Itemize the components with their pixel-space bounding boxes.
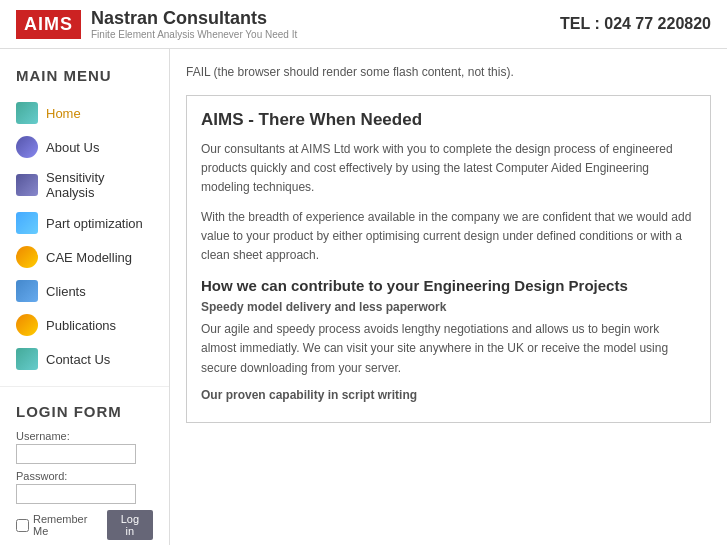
sidebar-item-contact[interactable]: Contact Us bbox=[0, 342, 169, 376]
login-button[interactable]: Log in bbox=[107, 510, 153, 540]
contact-icon bbox=[16, 348, 38, 370]
remember-checkbox[interactable] bbox=[16, 519, 29, 532]
aims-logo: AIMS bbox=[16, 10, 81, 39]
nav-label-part: Part optimization bbox=[46, 216, 143, 231]
nav-label-sensitivity: Sensitivity Analysis bbox=[46, 170, 153, 200]
section1-title: How we can contribute to your Engineerin… bbox=[201, 277, 696, 294]
username-label: Username: bbox=[16, 430, 153, 442]
password-label: Password: bbox=[16, 470, 153, 482]
sidebar: MAIN MENU Home About Us Sensitivity Anal… bbox=[0, 49, 170, 545]
clients-icon bbox=[16, 280, 38, 302]
sidebar-item-cae[interactable]: CAE Modelling bbox=[0, 240, 169, 274]
box-para1: Our consultants at AIMS Ltd work with yo… bbox=[201, 140, 696, 198]
nav-label-about: About Us bbox=[46, 140, 99, 155]
section2-sub: Our proven capability in script writing bbox=[201, 388, 696, 402]
sidebar-item-home[interactable]: Home bbox=[0, 96, 169, 130]
nav-label-publications: Publications bbox=[46, 318, 116, 333]
part-icon bbox=[16, 212, 38, 234]
nav-label-contact: Contact Us bbox=[46, 352, 110, 367]
tel-number: TEL : 024 77 220820 bbox=[560, 15, 711, 33]
remember-label: Remember Me bbox=[33, 513, 97, 537]
password-input[interactable] bbox=[16, 484, 136, 504]
header: AIMS Nastran Consultants Finite Element … bbox=[0, 0, 727, 49]
page-wrapper: AIMS Nastran Consultants Finite Element … bbox=[0, 0, 727, 545]
login-form: LOGIN FORM Username: Password: Remember … bbox=[0, 386, 169, 545]
flash-fail-message: FAIL (the browser should render some fla… bbox=[186, 65, 711, 79]
sidebar-item-publications[interactable]: Publications bbox=[0, 308, 169, 342]
login-form-title: LOGIN FORM bbox=[16, 403, 153, 420]
company-info: Nastran Consultants Finite Element Analy… bbox=[91, 8, 297, 40]
body-layout: MAIN MENU Home About Us Sensitivity Anal… bbox=[0, 49, 727, 545]
about-icon bbox=[16, 136, 38, 158]
sidebar-item-about[interactable]: About Us bbox=[0, 130, 169, 164]
remember-row: Remember Me Log in bbox=[16, 510, 153, 540]
publications-icon bbox=[16, 314, 38, 336]
nav-label-clients: Clients bbox=[46, 284, 86, 299]
nav-label-home: Home bbox=[46, 106, 81, 121]
company-tagline: Finite Element Analysis Whenever You Nee… bbox=[91, 29, 297, 40]
sensitivity-icon bbox=[16, 174, 38, 196]
header-left: AIMS Nastran Consultants Finite Element … bbox=[16, 8, 297, 40]
username-input[interactable] bbox=[16, 444, 136, 464]
box-para2: With the breadth of experience available… bbox=[201, 208, 696, 266]
sidebar-item-clients[interactable]: Clients bbox=[0, 274, 169, 308]
box-title: AIMS - There When Needed bbox=[201, 110, 696, 130]
main-menu-title: MAIN MENU bbox=[0, 59, 169, 96]
sidebar-item-part[interactable]: Part optimization bbox=[0, 206, 169, 240]
home-icon bbox=[16, 102, 38, 124]
nav-label-cae: CAE Modelling bbox=[46, 250, 132, 265]
company-name: Nastran Consultants bbox=[91, 8, 297, 29]
main-content: FAIL (the browser should render some fla… bbox=[170, 49, 727, 545]
section1-para: Our agile and speedy process avoids leng… bbox=[201, 320, 696, 378]
section1-sub: Speedy model delivery and less paperwork bbox=[201, 300, 696, 314]
content-box: AIMS - There When Needed Our consultants… bbox=[186, 95, 711, 423]
sidebar-item-sensitivity[interactable]: Sensitivity Analysis bbox=[0, 164, 169, 206]
cae-icon bbox=[16, 246, 38, 268]
